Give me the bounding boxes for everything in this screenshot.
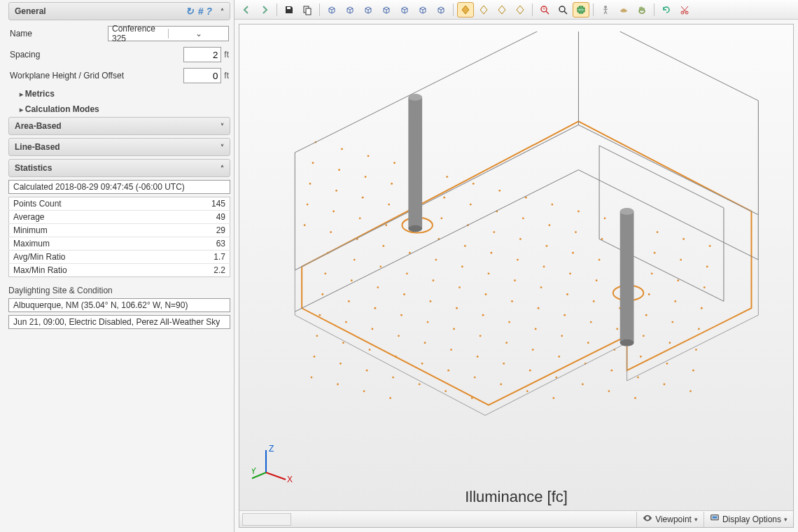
svg-point-49 (440, 217, 442, 219)
name-dropdown-icon[interactable]: ⌄ (168, 29, 228, 38)
svg-point-55 (598, 259, 601, 261)
svg-point-112 (456, 307, 458, 309)
render-hidden-icon (496, 4, 507, 15)
workplane-input[interactable] (183, 68, 221, 83)
svg-point-170 (389, 397, 391, 399)
footer-progress-slot (242, 513, 291, 526)
walk-button[interactable] (597, 2, 614, 18)
collapse-statistics-icon[interactable]: ˄ (220, 164, 224, 172)
globe-button[interactable] (573, 2, 589, 18)
viewport-toolbar: + (234, 0, 798, 20)
name-combobox[interactable]: Conference 325 ⌄ (108, 26, 229, 41)
view-front-button[interactable] (414, 2, 431, 18)
svg-point-66 (464, 245, 466, 247)
section-general-header[interactable]: General ↻ # ? ˄ (8, 2, 230, 20)
svg-point-127 (453, 328, 455, 330)
stat-value: 1.7 (171, 251, 230, 264)
svg-point-37 (549, 224, 551, 226)
stat-label: Avg/Min Ratio (9, 251, 172, 264)
calc-modes-expander[interactable]: Calculation Modes (8, 102, 230, 117)
fly-button[interactable] (615, 2, 632, 18)
view-iso-se-icon (381, 4, 392, 15)
3d-viewport[interactable]: Z X Y Illuminance [fc] Viewpoint ▾ (239, 24, 794, 528)
spacing-input[interactable] (183, 47, 221, 62)
section-area-based-title: Area-Based (15, 121, 62, 131)
metrics-expander[interactable]: Metrics (8, 86, 230, 102)
zoom-extents-button[interactable]: + (536, 2, 553, 18)
zoom-window-button[interactable] (554, 2, 571, 18)
svg-point-79 (382, 245, 384, 247)
svg-rect-175 (620, 211, 634, 343)
expand-line-based-icon[interactable]: ˅ (220, 144, 224, 151)
axis-gizmo: Z X Y (252, 444, 294, 485)
svg-point-63 (385, 224, 387, 226)
svg-point-122 (321, 293, 323, 295)
refresh-help-icon[interactable]: ↻ (186, 6, 194, 17)
section-area-based-header[interactable]: Area-Based ˅ (8, 117, 230, 135)
stat-label: Points Count (9, 197, 172, 211)
stat-label: Max/Min Ratio (9, 264, 172, 277)
view-iso-se-button[interactable] (378, 2, 395, 18)
svg-marker-171 (295, 125, 758, 415)
viewpoint-label: Viewpoint (655, 514, 692, 524)
svg-point-169 (363, 390, 365, 392)
save-button[interactable] (281, 2, 298, 18)
render-shaded-button[interactable] (512, 2, 528, 18)
view-iso-nw-button[interactable] (323, 2, 340, 18)
view-side-button[interactable] (433, 2, 449, 18)
cut-button[interactable] (676, 2, 693, 18)
viewpoint-dropdown[interactable]: Viewpoint ▾ (636, 512, 704, 527)
help-icon[interactable]: # ? (198, 6, 212, 17)
svg-point-18 (472, 183, 475, 185)
render-solid-button[interactable] (457, 2, 474, 18)
section-statistics-header[interactable]: Statistics ˄ (8, 159, 230, 177)
svg-point-111 (430, 300, 432, 302)
svg-point-93 (354, 259, 356, 261)
svg-point-44 (309, 183, 312, 185)
nav-back-button[interactable] (238, 2, 255, 18)
svg-point-158 (526, 390, 528, 392)
svg-point-103 (616, 328, 618, 330)
zoom-window-icon (557, 4, 568, 15)
svg-point-73 (648, 293, 650, 295)
svg-point-6 (559, 6, 565, 12)
view-iso-ne-button[interactable] (342, 2, 358, 18)
svg-point-33 (443, 197, 445, 199)
svg-point-54 (572, 252, 574, 254)
svg-point-74 (674, 300, 676, 302)
pan-hand-button[interactable] (634, 2, 650, 18)
svg-point-87 (593, 300, 595, 302)
display-options-dropdown[interactable]: Display Options ▾ (704, 512, 793, 527)
svg-point-62 (359, 217, 361, 219)
view-top-button[interactable] (396, 2, 413, 18)
svg-point-164 (419, 384, 421, 386)
svg-point-67 (491, 252, 493, 254)
copy-button[interactable] (299, 2, 316, 18)
svg-point-23 (604, 217, 606, 219)
svg-point-58 (677, 279, 679, 281)
3d-scene (253, 31, 779, 433)
toolbar-separator (276, 4, 277, 16)
svg-point-173 (408, 94, 422, 101)
eye-icon (643, 513, 652, 525)
svg-point-152 (369, 349, 371, 351)
svg-point-124 (374, 307, 377, 309)
expand-area-based-icon[interactable]: ˅ (220, 122, 224, 130)
collapse-general-icon[interactable]: ˄ (220, 8, 224, 15)
name-label: Name (10, 29, 108, 38)
svg-point-19 (498, 190, 500, 192)
stat-value: 49 (171, 211, 230, 224)
view-iso-sw-button[interactable] (360, 2, 377, 18)
svg-point-13 (341, 148, 343, 150)
nav-forward-button[interactable] (256, 2, 273, 18)
svg-line-4 (546, 11, 549, 14)
render-wire-button[interactable] (475, 2, 492, 18)
svg-point-59 (704, 286, 706, 288)
svg-point-96 (433, 279, 435, 281)
svg-point-61 (332, 211, 335, 213)
refresh-button[interactable] (658, 2, 675, 18)
spacing-label: Spacing (10, 50, 108, 59)
render-hidden-button[interactable] (493, 2, 510, 18)
section-line-based-header[interactable]: Line-Based ˅ (8, 138, 230, 156)
svg-point-85 (540, 286, 542, 288)
